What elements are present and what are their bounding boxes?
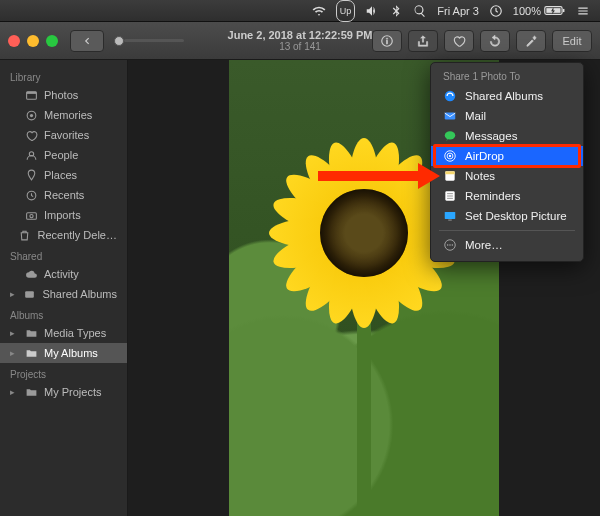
folder-icon — [24, 385, 38, 399]
rotate-button[interactable] — [480, 30, 510, 52]
window-titlebar: June 2, 2018 at 12:22:59 PM 13 of 141 Ed… — [0, 22, 600, 60]
disclosure-triangle-icon[interactable]: ▸ — [10, 387, 18, 397]
minimize-window-button[interactable] — [27, 35, 39, 47]
shared-albums-icon — [22, 287, 36, 301]
annotation-arrow — [318, 163, 440, 189]
shared-albums-icon — [443, 89, 457, 103]
svg-rect-13 — [26, 212, 36, 219]
bluetooth-icon[interactable] — [389, 0, 403, 22]
desktop-icon — [443, 209, 457, 223]
svg-point-30 — [452, 244, 454, 246]
spotlight-icon[interactable] — [413, 0, 427, 22]
svg-point-21 — [449, 155, 451, 157]
svg-rect-25 — [445, 212, 456, 219]
disclosure-triangle-icon[interactable]: ▸ — [10, 328, 18, 338]
sidebar-item-shared-albums[interactable]: ▸Shared Albums — [0, 284, 127, 304]
trash-icon — [18, 228, 32, 242]
sidebar-item-people[interactable]: People — [0, 145, 127, 165]
svg-point-29 — [449, 244, 451, 246]
airdrop-icon — [443, 149, 457, 163]
photo-viewer: Share 1 Photo To Shared Albums Mail Mess… — [128, 60, 600, 516]
share-option-shared-albums[interactable]: Shared Albums — [431, 86, 583, 106]
sidebar-item-my-albums[interactable]: ▸My Albums — [0, 343, 127, 363]
svg-point-16 — [445, 91, 456, 102]
disclosure-triangle-icon[interactable]: ▸ — [10, 348, 18, 358]
svg-point-14 — [29, 214, 32, 217]
zoom-slider[interactable] — [114, 36, 184, 46]
svg-point-28 — [447, 244, 449, 246]
sidebar-section-header: Library — [0, 66, 127, 85]
window-controls — [8, 35, 58, 47]
battery-percent: 100% — [513, 5, 541, 17]
svg-rect-8 — [26, 91, 36, 93]
share-button[interactable] — [408, 30, 438, 52]
sidebar-item-imports[interactable]: Imports — [0, 205, 127, 225]
svg-rect-23 — [445, 171, 454, 174]
favorite-button[interactable] — [444, 30, 474, 52]
sidebar-item-memories[interactable]: Memories — [0, 105, 127, 125]
memories-icon — [24, 108, 38, 122]
photo-title: June 2, 2018 at 12:22:59 PM 13 of 141 — [228, 29, 373, 52]
messages-icon — [443, 129, 457, 143]
photos-icon — [24, 88, 38, 102]
svg-point-18 — [445, 131, 456, 139]
share-option-reminders[interactable]: Reminders — [431, 186, 583, 206]
camera-icon — [24, 208, 38, 222]
svg-point-5 — [386, 37, 387, 38]
clock-icon — [24, 188, 38, 202]
folder-icon — [24, 326, 38, 340]
sidebar-item-favorites[interactable]: Favorites — [0, 125, 127, 145]
share-option-set-desktop[interactable]: Set Desktop Picture — [431, 206, 583, 226]
people-icon — [24, 148, 38, 162]
separator — [439, 230, 575, 231]
sidebar-item-my-projects[interactable]: ▸My Projects — [0, 382, 127, 402]
photo-index: 13 of 141 — [228, 41, 373, 52]
share-option-airdrop[interactable]: AirDrop — [431, 146, 583, 166]
svg-rect-26 — [448, 220, 452, 221]
sidebar-item-activity[interactable]: Activity — [0, 264, 127, 284]
photo-timestamp: June 2, 2018 at 12:22:59 PM — [228, 29, 373, 41]
sidebar-section-header: Albums — [0, 304, 127, 323]
heart-icon — [24, 128, 38, 142]
photos-window: June 2, 2018 at 12:22:59 PM 13 of 141 Ed… — [0, 22, 600, 516]
notes-icon — [443, 169, 457, 183]
sidebar-item-places[interactable]: Places — [0, 165, 127, 185]
wifi-icon[interactable] — [312, 0, 326, 22]
sidebar-item-recents[interactable]: Recents — [0, 185, 127, 205]
svg-point-10 — [29, 113, 32, 116]
back-button[interactable] — [70, 30, 104, 52]
share-popover-header: Share 1 Photo To — [431, 67, 583, 86]
svg-rect-6 — [386, 40, 387, 44]
share-option-mail[interactable]: Mail — [431, 106, 583, 126]
pin-icon — [24, 168, 38, 182]
sidebar-item-photos[interactable]: Photos — [0, 85, 127, 105]
sound-icon[interactable] — [365, 0, 379, 22]
menubar-date[interactable]: Fri Apr 3 — [437, 0, 479, 22]
sidebar-item-recently-deleted[interactable]: Recently Dele… — [0, 225, 127, 245]
fullscreen-window-button[interactable] — [46, 35, 58, 47]
reminders-icon — [443, 189, 457, 203]
share-option-more[interactable]: More… — [431, 235, 583, 255]
battery-indicator[interactable]: 100% — [513, 0, 566, 22]
sidebar: Library Photos Memories Favorites People… — [0, 60, 128, 516]
upwork-icon[interactable]: Up — [336, 0, 356, 22]
share-option-notes[interactable]: Notes — [431, 166, 583, 186]
sidebar-section-header: Projects — [0, 363, 127, 382]
cloud-icon — [24, 267, 38, 281]
info-button[interactable] — [372, 30, 402, 52]
notification-center-icon[interactable] — [576, 0, 590, 22]
share-option-messages[interactable]: Messages — [431, 126, 583, 146]
disclosure-triangle-icon[interactable]: ▸ — [10, 289, 16, 299]
mail-icon — [443, 109, 457, 123]
svg-rect-2 — [563, 9, 565, 12]
close-window-button[interactable] — [8, 35, 20, 47]
sidebar-item-media-types[interactable]: ▸Media Types — [0, 323, 127, 343]
svg-rect-15 — [25, 291, 34, 298]
clock-icon[interactable] — [489, 0, 503, 22]
sidebar-section-header: Shared — [0, 245, 127, 264]
edit-button[interactable]: Edit — [552, 30, 592, 52]
auto-enhance-button[interactable] — [516, 30, 546, 52]
svg-rect-17 — [445, 113, 456, 120]
share-popover: Share 1 Photo To Shared Albums Mail Mess… — [430, 62, 584, 262]
macos-menubar: Up Fri Apr 3 100% — [0, 0, 600, 22]
